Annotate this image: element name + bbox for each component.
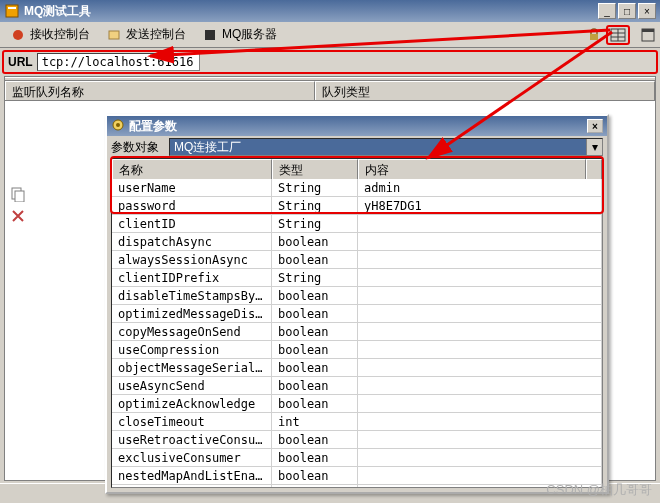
property-row[interactable]: passwordStringyH8E7DG1 (112, 197, 602, 215)
server-label: MQ服务器 (222, 26, 277, 43)
window-title: MQ测试工具 (24, 3, 598, 20)
property-value[interactable] (358, 341, 602, 358)
property-value[interactable]: yH8E7DG1 (358, 197, 602, 214)
property-name: useCompression (112, 341, 272, 358)
property-value[interactable] (358, 449, 602, 466)
watermark: CSDN @柚几哥哥 (546, 481, 652, 499)
param-object-label: 参数对象 (111, 139, 165, 156)
property-row[interactable]: alwaysSyncSendboolean (112, 485, 602, 487)
property-type: boolean (272, 467, 358, 484)
property-value[interactable] (358, 323, 602, 340)
svg-point-2 (13, 30, 23, 40)
property-type: boolean (272, 233, 358, 250)
property-value[interactable]: admin (358, 179, 602, 196)
send-console-button[interactable]: 发送控制台 (100, 25, 192, 45)
property-type: String (272, 197, 358, 214)
col-value[interactable]: 内容 (358, 159, 586, 179)
col-name[interactable]: 名称 (112, 159, 272, 179)
server-icon (202, 27, 218, 43)
property-value[interactable] (358, 215, 602, 232)
close-button[interactable]: × (638, 3, 656, 19)
gear-icon (111, 118, 125, 135)
dialog-titlebar[interactable]: 配置参数 × (107, 116, 607, 136)
property-row[interactable]: closeTimeoutint (112, 413, 602, 431)
property-value[interactable] (358, 377, 602, 394)
copy-icon[interactable] (10, 186, 26, 202)
property-row[interactable]: useCompressionboolean (112, 341, 602, 359)
col-queue-type[interactable]: 队列类型 (315, 81, 655, 100)
mq-server-button[interactable]: MQ服务器 (196, 25, 283, 45)
send-icon (106, 27, 122, 43)
property-name: userName (112, 179, 272, 196)
properties-table: 名称 类型 内容 userNameStringadminpasswordStri… (111, 158, 603, 488)
property-name: nestedMapAndListEnabled (112, 467, 272, 484)
property-row[interactable]: disableTimeStampsByDefaultboolean (112, 287, 602, 305)
param-object-value: MQ连接工厂 (174, 139, 241, 156)
properties-grid-button[interactable] (606, 25, 630, 45)
param-object-select[interactable]: MQ连接工厂 ▾ (169, 138, 603, 156)
property-value[interactable] (358, 233, 602, 250)
svg-rect-3 (109, 31, 119, 39)
scroll-gutter (586, 159, 602, 179)
property-type: boolean (272, 359, 358, 376)
svg-rect-4 (205, 30, 215, 40)
property-value[interactable] (358, 395, 602, 412)
receive-console-button[interactable]: 接收控制台 (4, 25, 96, 45)
property-type: String (272, 269, 358, 286)
property-name: alwaysSessionAsync (112, 251, 272, 268)
property-row[interactable]: optimizedMessageDispatchboolean (112, 305, 602, 323)
minimize-button[interactable]: _ (598, 3, 616, 19)
property-row[interactable]: nestedMapAndListEnabledboolean (112, 467, 602, 485)
dialog-close-button[interactable]: × (587, 119, 603, 133)
property-row[interactable]: copyMessageOnSendboolean (112, 323, 602, 341)
lock-icon[interactable] (586, 27, 602, 43)
property-row[interactable]: alwaysSessionAsyncboolean (112, 251, 602, 269)
property-name: objectMessageSerializationDef... (112, 359, 272, 376)
property-row[interactable]: objectMessageSerializationDef...boolean (112, 359, 602, 377)
property-name: clientID (112, 215, 272, 232)
property-row[interactable]: useRetroactiveConsumerboolean (112, 431, 602, 449)
param-object-row: 参数对象 MQ连接工厂 ▾ (107, 136, 607, 158)
window-icon[interactable] (640, 27, 656, 43)
property-type: boolean (272, 341, 358, 358)
property-name: exclusiveConsumer (112, 449, 272, 466)
col-type[interactable]: 类型 (272, 159, 358, 179)
svg-rect-13 (15, 191, 24, 202)
property-row[interactable]: useAsyncSendboolean (112, 377, 602, 395)
property-row[interactable]: exclusiveConsumerboolean (112, 449, 602, 467)
property-row[interactable]: optimizeAcknowledgeboolean (112, 395, 602, 413)
property-row[interactable]: clientIDString (112, 215, 602, 233)
property-value[interactable] (358, 251, 602, 268)
property-row[interactable]: dispatchAsyncboolean (112, 233, 602, 251)
property-row[interactable]: clientIDPrefixString (112, 269, 602, 287)
property-row[interactable]: userNameStringadmin (112, 179, 602, 197)
property-value[interactable] (358, 305, 602, 322)
svg-rect-11 (642, 29, 654, 32)
property-type: boolean (272, 287, 358, 304)
property-value[interactable] (358, 287, 602, 304)
property-name: closeTimeout (112, 413, 272, 430)
property-value[interactable] (358, 269, 602, 286)
app-icon (4, 3, 20, 19)
properties-body[interactable]: userNameStringadminpasswordStringyH8E7DG… (112, 179, 602, 487)
property-type: boolean (272, 305, 358, 322)
property-type: boolean (272, 377, 358, 394)
property-name: useRetroactiveConsumer (112, 431, 272, 448)
maximize-button[interactable]: □ (618, 3, 636, 19)
url-input[interactable] (37, 53, 200, 71)
receive-label: 接收控制台 (30, 26, 90, 43)
window-titlebar: MQ测试工具 _ □ × (0, 0, 660, 22)
delete-icon[interactable] (10, 208, 26, 224)
property-value[interactable] (358, 431, 602, 448)
url-bar: URL (2, 50, 658, 74)
property-value[interactable] (358, 359, 602, 376)
property-name: dispatchAsync (112, 233, 272, 250)
svg-point-15 (116, 123, 120, 127)
send-label: 发送控制台 (126, 26, 186, 43)
col-queue-name[interactable]: 监听队列名称 (5, 81, 315, 100)
main-toolbar: 接收控制台 发送控制台 MQ服务器 (0, 22, 660, 48)
property-value[interactable] (358, 413, 602, 430)
svg-rect-5 (590, 34, 598, 40)
svg-rect-1 (8, 7, 16, 9)
chevron-down-icon: ▾ (586, 139, 602, 155)
